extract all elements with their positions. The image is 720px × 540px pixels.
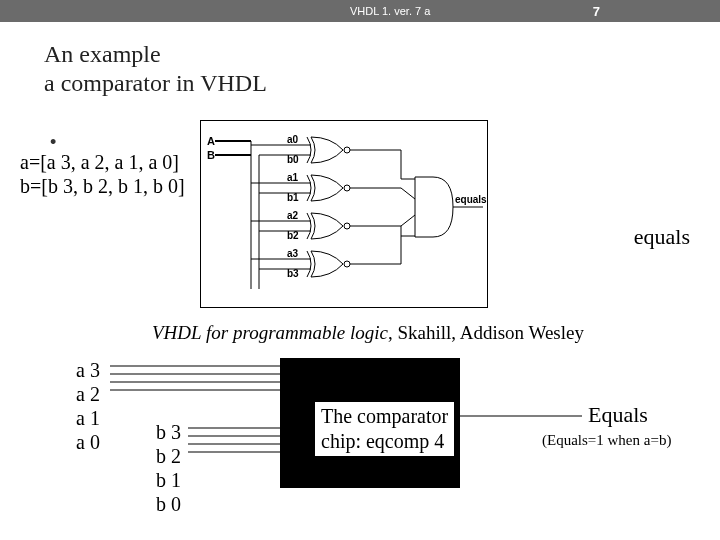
signal-a-labels: a 3 a 2 a 1 a 0 <box>76 358 100 454</box>
header-version: VHDL 1. ver. 7 a <box>350 5 430 17</box>
svg-text:a1: a1 <box>287 172 299 183</box>
svg-text:b1: b1 <box>287 192 299 203</box>
sig-a1: a 1 <box>76 406 100 430</box>
title-line-2: a comparator in VHDL <box>44 69 720 98</box>
header-page-number: 7 <box>593 4 600 19</box>
svg-text:a3: a3 <box>287 248 299 259</box>
circuit-diagram: A B a0 b0 a1 b1 <box>200 120 488 308</box>
svg-point-26 <box>344 261 350 267</box>
circuit-svg: A B a0 b0 a1 b1 <box>201 121 489 309</box>
chip-label: The comparator chip: eqcomp 4 <box>315 402 454 456</box>
svg-point-20 <box>344 223 350 229</box>
svg-text:b0: b0 <box>287 154 299 165</box>
svg-point-14 <box>344 185 350 191</box>
and-gate: equals <box>401 150 487 264</box>
block-diagram: a 3 a 2 a 1 a 0 b 3 b 2 b 1 b 0 The comp… <box>40 348 680 518</box>
citation-title: VHDL for programmable logic <box>152 322 388 343</box>
sig-a3: a 3 <box>76 358 100 382</box>
xnor-gate-1: a1 b1 <box>251 172 401 203</box>
svg-text:b3: b3 <box>287 268 299 279</box>
svg-text:a2: a2 <box>287 210 299 221</box>
slide-title: An example a comparator in VHDL <box>44 40 720 98</box>
equals-label: equals <box>634 224 690 250</box>
svg-text:equals: equals <box>455 194 487 205</box>
svg-text:b2: b2 <box>287 230 299 241</box>
output-name: Equals <box>588 402 648 428</box>
input-b: b=[b 3, b 2, b 1, b 0] <box>20 174 185 198</box>
bus-a-label: A <box>207 135 215 147</box>
citation: VHDL for programmable logic, Skahill, Ad… <box>152 322 584 344</box>
xnor-gate-3: a3 b3 <box>251 248 401 279</box>
title-line-1: An example <box>44 40 720 69</box>
chip-line-1: The comparator <box>321 404 448 429</box>
bus-b-label: B <box>207 149 215 161</box>
citation-rest: , Skahill, Addison Wesley <box>388 322 584 343</box>
input-a: a=[a 3, a 2, a 1, a 0] <box>20 150 185 174</box>
svg-line-34 <box>401 215 415 226</box>
xnor-gate-0: a0 b0 <box>251 134 401 165</box>
chip-line-2: chip: eqcomp 4 <box>321 429 448 454</box>
input-vectors: a=[a 3, a 2, a 1, a 0] b=[b 3, b 2, b 1,… <box>20 150 185 198</box>
svg-text:a0: a0 <box>287 134 299 145</box>
slide-header: VHDL 1. ver. 7 a 7 <box>0 0 720 22</box>
svg-line-33 <box>401 188 415 199</box>
output-note: (Equals=1 when a=b) <box>542 432 671 449</box>
sig-a0: a 0 <box>76 430 100 454</box>
xnor-gate-2: a2 b2 <box>251 210 401 241</box>
sig-a2: a 2 <box>76 382 100 406</box>
svg-point-8 <box>344 147 350 153</box>
